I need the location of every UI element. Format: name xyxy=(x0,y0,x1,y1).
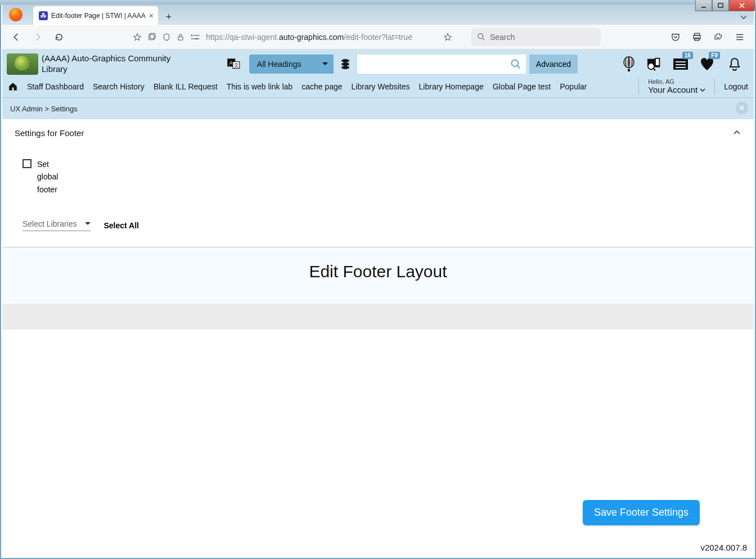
settings-panel: Settings for Footer Set global footer Se… xyxy=(2,119,754,247)
svg-line-27 xyxy=(517,66,520,69)
svg-rect-1 xyxy=(718,3,723,7)
select-libraries-dropdown[interactable]: Select Libraries xyxy=(22,219,91,231)
nav-item-staff-dashboard[interactable]: Staff Dashboard xyxy=(27,82,84,91)
version-label: v2024.007.8 xyxy=(700,543,747,552)
url-prefix: https://qa-stwi-agent. xyxy=(206,33,279,42)
account-label: Your Account xyxy=(648,85,698,94)
nav-item-search-history[interactable]: Search History xyxy=(93,82,145,91)
new-tab-button[interactable]: + xyxy=(161,9,177,25)
shield-icon[interactable] xyxy=(162,33,171,42)
tab-favicon-icon: ⁂ xyxy=(39,11,48,20)
back-button[interactable] xyxy=(8,29,25,46)
list-button[interactable]: 16 xyxy=(673,57,690,71)
svg-rect-4 xyxy=(149,34,154,39)
svg-rect-31 xyxy=(656,59,659,65)
select-all-button[interactable]: Select All xyxy=(104,221,140,230)
breadcrumb-separator: > xyxy=(44,105,49,113)
set-global-footer-checkbox[interactable] xyxy=(22,159,32,168)
set-global-footer-label: Set global footer xyxy=(37,158,71,196)
database-icon[interactable] xyxy=(337,55,354,74)
firefox-logo-icon xyxy=(9,8,22,21)
favorites-badge: F9 xyxy=(709,52,720,59)
balloon-icon[interactable] xyxy=(621,56,637,72)
svg-line-12 xyxy=(482,38,484,40)
nav-item-web-link-lab[interactable]: This is web link lab xyxy=(227,82,293,91)
bookmark-star-icon[interactable] xyxy=(133,33,142,42)
advanced-search-button[interactable]: Advanced xyxy=(529,55,578,74)
save-label: Save Footer Settings xyxy=(594,507,688,518)
svg-point-25 xyxy=(341,66,349,69)
lock-icon[interactable] xyxy=(177,33,184,42)
svg-text:文: 文 xyxy=(234,62,239,68)
settings-title: Settings for Footer xyxy=(15,128,741,138)
select-libraries-label: Select Libraries xyxy=(22,219,77,228)
svg-rect-28 xyxy=(628,69,630,71)
headings-label: All Headings xyxy=(257,60,302,69)
breadcrumb-leaf[interactable]: Settings xyxy=(51,105,78,113)
extensions-icon[interactable] xyxy=(710,29,727,46)
account-greeting: Hello, AG xyxy=(648,78,705,85)
nav-item-popular[interactable]: Popular xyxy=(560,82,587,91)
breadcrumb-root[interactable]: UX Admin xyxy=(10,105,43,113)
svg-line-33 xyxy=(653,68,655,70)
nav-separator xyxy=(714,78,715,95)
panel-collapse-icon[interactable] xyxy=(732,128,741,137)
app-search-input[interactable] xyxy=(357,55,526,74)
breadcrumb-close-icon[interactable]: ✕ xyxy=(736,102,748,114)
editor-area: Edit Footer Layout xyxy=(2,247,754,330)
tab-title: Edit-footer Page | STWI | AAAA xyxy=(51,12,146,20)
svg-rect-15 xyxy=(695,38,699,40)
window-minimize-button[interactable] xyxy=(695,0,712,11)
permissions-icon[interactable] xyxy=(190,33,200,41)
window-maximize-button[interactable] xyxy=(712,0,729,11)
editor-title: Edit Footer Layout xyxy=(2,262,754,281)
svg-point-7 xyxy=(191,34,193,36)
nav-item-library-websites[interactable]: Library Websites xyxy=(352,82,410,91)
nav-home-icon[interactable] xyxy=(8,82,18,92)
svg-point-24 xyxy=(341,62,349,66)
svg-point-26 xyxy=(511,60,518,67)
footer-layout-zone[interactable] xyxy=(2,304,754,330)
url-domain: auto-graphics.com xyxy=(279,33,344,42)
brand-logo-icon[interactable] xyxy=(7,53,38,75)
notifications-bell-icon[interactable] xyxy=(727,56,742,72)
bookmark-page-icon[interactable] xyxy=(443,33,452,42)
container-tab-icon[interactable] xyxy=(147,33,156,42)
save-footer-settings-button[interactable]: Save Footer Settings xyxy=(583,500,700,525)
window-close-button[interactable] xyxy=(729,0,755,11)
page-content: (AAAA) Auto-Graphics Community Library A… xyxy=(2,49,754,557)
svg-text:A: A xyxy=(229,60,233,66)
browser-tab-strip: ⁂ Edit-footer Page | STWI | AAAA × + xyxy=(2,4,754,25)
nav-item-global-page-test[interactable]: Global Page test xyxy=(493,82,551,91)
nav-separator xyxy=(638,78,639,95)
advanced-label: Advanced xyxy=(536,60,571,69)
forward-button[interactable] xyxy=(29,29,46,46)
app-menu-icon[interactable] xyxy=(731,29,748,46)
nav-item-library-homepage[interactable]: Library Homepage xyxy=(419,82,484,91)
print-icon[interactable] xyxy=(688,29,705,46)
svg-rect-6 xyxy=(178,37,183,40)
tab-close-icon[interactable]: × xyxy=(149,11,154,20)
app-nav: Staff Dashboard Search History Blank ILL… xyxy=(2,76,754,98)
breadcrumb: UX Admin > Settings ✕ xyxy=(2,98,754,119)
account-menu[interactable]: Hello, AG Your Account xyxy=(648,78,705,95)
headings-dropdown[interactable]: All Headings xyxy=(249,55,334,74)
list-badge-count: 16 xyxy=(682,52,693,59)
tab-overflow-icon[interactable] xyxy=(739,12,748,21)
nav-item-blank-ill[interactable]: Blank ILL Request xyxy=(154,82,218,91)
window-titlebar xyxy=(0,0,756,4)
svg-point-11 xyxy=(478,34,483,39)
window-controls xyxy=(695,0,755,11)
logout-link[interactable]: Logout xyxy=(724,82,748,91)
favorites-button[interactable]: F9 xyxy=(700,57,717,71)
nav-item-cache-page[interactable]: cache page xyxy=(302,82,342,91)
browser-tab[interactable]: ⁂ Edit-footer Page | STWI | AAAA × xyxy=(33,6,159,25)
url-display[interactable]: https://qa-stwi-agent.auto-graphics.com/… xyxy=(206,33,412,42)
translate-icon[interactable]: A文 xyxy=(226,56,241,72)
pocket-icon[interactable] xyxy=(667,29,684,46)
app-header: (AAAA) Auto-Graphics Community Library A… xyxy=(2,49,754,76)
device-search-icon[interactable] xyxy=(647,56,663,72)
browser-search-input[interactable]: Search xyxy=(471,28,601,46)
reload-button[interactable] xyxy=(51,29,68,46)
brand-title: (AAAA) Auto-Graphics Community Library xyxy=(42,53,182,75)
